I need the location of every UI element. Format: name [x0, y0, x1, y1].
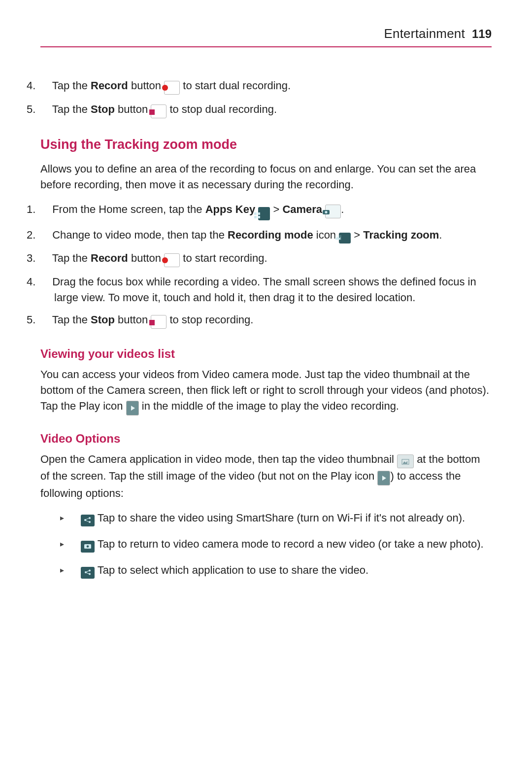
tracking-step-3: 3. Tap the Record button to start record… — [40, 250, 492, 267]
viewing-videos-body: You can access your videos from Video ca… — [40, 367, 492, 416]
share-icon — [81, 567, 95, 579]
step-text: Drag the focus box while recording a vid… — [52, 276, 476, 304]
step-number: 4. — [40, 274, 49, 290]
record-label: Record — [91, 252, 128, 264]
recording-mode-label: Recording mode — [228, 229, 313, 241]
svg-point-9 — [89, 517, 91, 519]
tracking-step-2: 2. Change to video mode, then tap the Re… — [40, 227, 492, 243]
step-number: 2. — [40, 227, 49, 243]
tracking-zoom-label: Tracking zoom — [363, 229, 439, 241]
tracking-zoom-heading: Using the Tracking zoom mode — [40, 135, 492, 154]
step-text-pre: Tap the — [52, 103, 91, 115]
svg-point-10 — [89, 521, 91, 523]
step-5: 5. Tap the Stop button to stop dual reco… — [40, 102, 492, 118]
stop-icon — [151, 104, 166, 118]
svg-marker-4 — [131, 406, 135, 411]
step-4: 4. Tap the Record button to start dual r… — [40, 78, 492, 95]
video-options-bullets: Tap to share the video using SmartShare … — [40, 510, 492, 579]
step-number: 1. — [40, 202, 49, 217]
bullet-share: Tap to select which application to use t… — [60, 562, 492, 579]
page-number: 119 — [472, 26, 492, 43]
stop-icon — [151, 315, 166, 329]
video-options-body: Open the Camera application in video mod… — [40, 452, 492, 501]
svg-marker-6 — [403, 461, 407, 464]
apps-key-label: Apps Key — [205, 203, 255, 215]
stop-label: Stop — [91, 103, 115, 115]
apps-key-icon — [258, 207, 270, 220]
bullet-text: Tap to return to video camera mode to re… — [95, 538, 484, 550]
camera-icon — [81, 541, 95, 553]
step-text-mid: button — [115, 103, 151, 115]
intro-steps: 4. Tap the Record button to start dual r… — [40, 78, 492, 118]
svg-marker-7 — [382, 476, 386, 481]
step-number: 3. — [40, 250, 49, 266]
tracking-step-4: 4. Drag the focus box while recording a … — [40, 274, 492, 306]
video-thumbnail-icon — [397, 454, 414, 468]
step-number: 5. — [40, 312, 49, 328]
bullet-smartshare: Tap to share the video using SmartShare … — [60, 510, 492, 526]
play-icon — [126, 401, 139, 416]
step-text-post: to start dual recording. — [180, 79, 291, 92]
bullet-text: Tap to select which application to use t… — [95, 564, 368, 576]
record-label: Record — [91, 79, 128, 92]
bullet-text: Tap to share the video using SmartShare … — [95, 512, 465, 524]
bullet-camera-mode: Tap to return to video camera mode to re… — [60, 536, 492, 553]
tracking-step-5: 5. Tap the Stop button to stop recording… — [40, 312, 492, 329]
video-options-heading: Video Options — [40, 430, 492, 448]
tracking-step-1: 1. From the Home screen, tap the Apps Ke… — [40, 202, 492, 220]
header-section-title: Entertainment — [384, 25, 465, 43]
record-icon — [164, 81, 180, 95]
tracking-steps: 1. From the Home screen, tap the Apps Ke… — [40, 202, 492, 329]
svg-point-16 — [89, 569, 91, 571]
svg-line-12 — [86, 521, 89, 522]
smartshare-icon — [81, 515, 95, 526]
step-number: 5. — [40, 102, 49, 117]
svg-point-14 — [87, 545, 89, 548]
step-text-mid: button — [128, 79, 164, 92]
camera-label: Camera — [282, 203, 322, 215]
svg-line-18 — [87, 571, 89, 572]
svg-point-1 — [325, 211, 328, 213]
step-text-pre: Tap the — [52, 79, 91, 92]
play-icon — [377, 471, 390, 486]
step-number: 4. — [40, 78, 49, 94]
svg-line-11 — [86, 518, 89, 520]
record-icon — [164, 253, 180, 267]
recording-mode-icon — [339, 233, 351, 243]
step-text-post: to stop dual recording. — [166, 103, 277, 115]
viewing-videos-heading: Viewing your videos list — [40, 346, 492, 363]
page-header: Entertainment 119 — [40, 25, 492, 47]
tracking-zoom-intro: Allows you to define an area of the reco… — [40, 161, 492, 193]
svg-line-19 — [87, 573, 89, 574]
manual-page: Entertainment 119 4. Tap the Record butt… — [0, 0, 532, 765]
stop-label: Stop — [91, 313, 115, 326]
svg-point-17 — [89, 573, 91, 575]
camera-icon — [325, 205, 341, 218]
